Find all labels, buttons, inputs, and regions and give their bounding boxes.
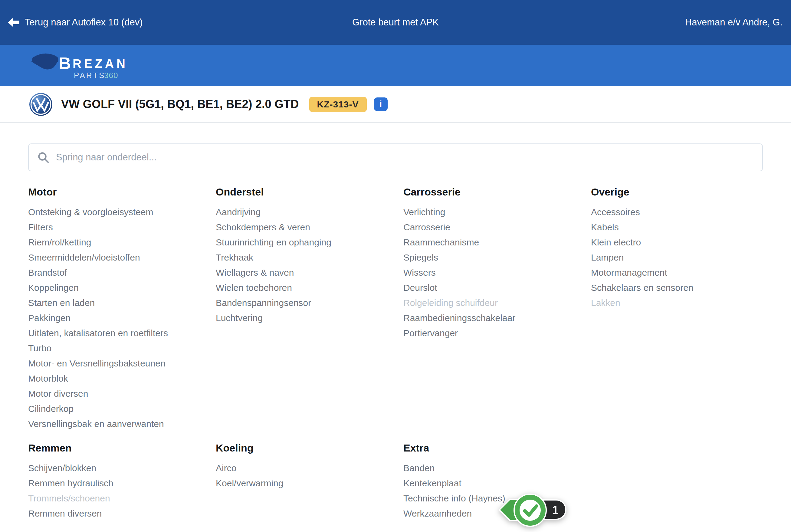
category-link[interactable]: Airco bbox=[216, 461, 403, 476]
brand-sub-accent: 360 bbox=[104, 71, 118, 80]
vehicle-title: VW GOLF VII (5G1, BQ1, BE1, BE2) 2.0 GTD bbox=[61, 98, 299, 111]
category-link[interactable]: Riem/rol/ketting bbox=[28, 235, 216, 250]
brand-text: REZAN bbox=[73, 57, 128, 70]
category-link: Lakken bbox=[591, 296, 763, 310]
category-link[interactable]: Lampen bbox=[591, 250, 763, 265]
category-title: Onderstel bbox=[216, 185, 403, 198]
category-link[interactable]: Schijven/blokken bbox=[28, 461, 216, 476]
category-list: AircoKoel/verwarming bbox=[216, 461, 403, 491]
category-list: BandenKentekenplaatTechnische info (Hayn… bbox=[403, 461, 591, 521]
category-link[interactable]: Motorblok bbox=[28, 371, 216, 386]
jump-to-part-input[interactable] bbox=[56, 152, 754, 163]
category-title: Overige bbox=[591, 185, 763, 198]
category-link[interactable]: Pakkingen bbox=[28, 310, 216, 326]
category-link[interactable]: Klein electro bbox=[591, 235, 763, 250]
category-link[interactable]: Versnellingsbak en aanverwanten bbox=[28, 416, 216, 432]
vehicle-header: VW GOLF VII (5G1, BQ1, BE1, BE2) 2.0 GTD… bbox=[0, 86, 791, 123]
category-link[interactable]: Brandstof bbox=[28, 265, 216, 280]
category-link: Rolgeleiding schuifdeur bbox=[403, 296, 591, 310]
category-link[interactable]: Aandrijving bbox=[216, 205, 403, 220]
sections-grid: MotorOntsteking & voorgloeisysteemFilter… bbox=[28, 185, 763, 521]
back-link[interactable]: Terug naar Autoflex 10 (dev) bbox=[8, 17, 142, 28]
category-section: ExtraBandenKentekenplaatTechnische info … bbox=[403, 441, 591, 521]
category-link[interactable]: Luchtvering bbox=[216, 310, 403, 326]
category-title: Carrosserie bbox=[403, 185, 591, 198]
category-title: Motor bbox=[28, 185, 216, 198]
category-link: Trommels/schoenen bbox=[28, 491, 216, 506]
back-link-label: Terug naar Autoflex 10 (dev) bbox=[25, 17, 142, 28]
category-link[interactable]: Turbo bbox=[28, 341, 216, 356]
category-section: OnderstelAandrijvingSchokdempers & veren… bbox=[216, 185, 403, 432]
category-link[interactable]: Accessoires bbox=[591, 205, 763, 220]
category-link[interactable]: Koel/verwarming bbox=[216, 476, 403, 491]
category-link[interactable]: Smeermiddelen/vloeistoffen bbox=[28, 250, 216, 265]
back-arrow-icon bbox=[8, 18, 19, 27]
category-link[interactable]: Filters bbox=[28, 220, 216, 235]
category-section: MotorOntsteking & voorgloeisysteemFilter… bbox=[28, 185, 216, 432]
category-list: AandrijvingSchokdempers & verenStuurinri… bbox=[216, 205, 403, 326]
top-app-bar: Terug naar Autoflex 10 (dev) Grote beurt… bbox=[0, 0, 791, 45]
category-link[interactable]: Motor- en Versnellingsbaksteunen bbox=[28, 356, 216, 371]
category-title: Koeling bbox=[216, 441, 403, 455]
brezan-logo[interactable]: B REZAN PARTS 360 bbox=[31, 52, 131, 80]
category-link[interactable]: Banden bbox=[403, 461, 591, 476]
category-link[interactable]: Motor diversen bbox=[28, 386, 216, 401]
vw-logo-icon bbox=[29, 93, 53, 116]
category-title: Remmen bbox=[28, 441, 216, 455]
category-link[interactable]: Wielen toebehoren bbox=[216, 280, 403, 296]
category-link[interactable]: Koppelingen bbox=[28, 280, 216, 296]
account-name[interactable]: Haveman e/v Andre, G. bbox=[685, 17, 783, 28]
vehicle-info-button[interactable]: i bbox=[374, 97, 388, 111]
category-section: CarrosserieVerlichtingCarrosserieRaammec… bbox=[403, 185, 591, 432]
category-link[interactable]: Trekhaak bbox=[216, 250, 403, 265]
category-link[interactable]: Technische info (Haynes) bbox=[403, 491, 591, 506]
category-link[interactable]: Starten en laden bbox=[28, 296, 216, 310]
category-link[interactable]: Bandenspanningsensor bbox=[216, 296, 403, 310]
category-list: AccessoiresKabelsKlein electroLampenMoto… bbox=[591, 205, 763, 310]
category-link[interactable]: Kabels bbox=[591, 220, 763, 235]
category-list: VerlichtingCarrosserieRaammechanismeSpie… bbox=[403, 205, 591, 341]
page-title: Grote beurt met APK bbox=[352, 17, 439, 28]
category-link[interactable]: Wiellagers & naven bbox=[216, 265, 403, 280]
category-link[interactable]: Kentekenplaat bbox=[403, 476, 591, 491]
brand-sub-text: PARTS bbox=[74, 71, 105, 80]
license-plate-badge[interactable]: KZ-313-V bbox=[309, 97, 367, 112]
category-section: RemmenSchijven/blokkenRemmen hydraulisch… bbox=[28, 441, 216, 521]
category-link[interactable]: Raammechanisme bbox=[403, 235, 591, 250]
category-link[interactable]: Raambedieningsschakelaar bbox=[403, 310, 591, 326]
category-link[interactable]: Spiegels bbox=[403, 250, 591, 265]
category-title: Extra bbox=[403, 441, 591, 455]
category-link[interactable]: Motormanagement bbox=[591, 265, 763, 280]
search-icon bbox=[37, 151, 49, 164]
category-link[interactable]: Portiervanger bbox=[403, 326, 591, 341]
category-link[interactable]: Cilinderkop bbox=[28, 401, 216, 416]
category-section: KoelingAircoKoel/verwarming bbox=[216, 441, 403, 521]
category-list: Schijven/blokkenRemmen hydraulischTromme… bbox=[28, 461, 216, 521]
brand-initial: B bbox=[59, 54, 71, 73]
category-link[interactable]: Wissers bbox=[403, 265, 591, 280]
category-link[interactable]: Deurslot bbox=[403, 280, 591, 296]
category-section: OverigeAccessoiresKabelsKlein electroLam… bbox=[591, 185, 763, 432]
category-link[interactable]: Werkzaamheden bbox=[403, 506, 591, 521]
category-link[interactable]: Remmen diversen bbox=[28, 506, 216, 521]
category-link[interactable]: Carrosserie bbox=[403, 220, 591, 235]
category-link[interactable]: Uitlaten, katalisatoren en roetfilters bbox=[28, 326, 216, 341]
category-link[interactable]: Verlichting bbox=[403, 205, 591, 220]
category-link[interactable]: Ontsteking & voorgloeisysteem bbox=[28, 205, 216, 220]
main-navbar: B REZAN PARTS 360 Categorieën bbox=[0, 45, 791, 86]
category-link[interactable]: Schakelaars en sensoren bbox=[591, 280, 763, 296]
category-link[interactable]: Schokdempers & veren bbox=[216, 220, 403, 235]
category-list: Ontsteking & voorgloeisysteemFiltersRiem… bbox=[28, 205, 216, 432]
category-link[interactable]: Remmen hydraulisch bbox=[28, 476, 216, 491]
jump-to-part-search[interactable] bbox=[28, 144, 763, 171]
category-link[interactable]: Stuurinrichting en ophanging bbox=[216, 235, 403, 250]
